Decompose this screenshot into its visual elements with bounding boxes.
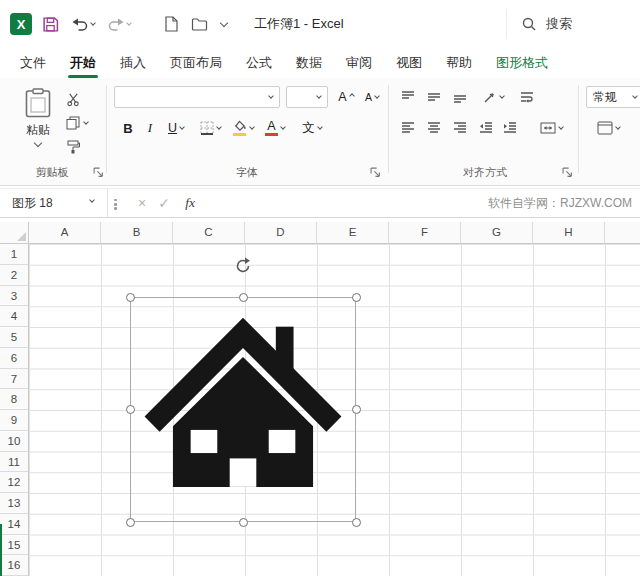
format-painter-button[interactable] — [66, 136, 80, 158]
column-header-A[interactable]: A — [29, 222, 101, 243]
select-all-corner[interactable] — [0, 222, 29, 244]
align-left-button[interactable] — [398, 116, 418, 140]
borders-button[interactable] — [196, 116, 224, 140]
enter-icon: ✓ — [158, 195, 170, 211]
selection-handle-top-center[interactable] — [239, 293, 248, 302]
font-name-combo[interactable] — [114, 86, 280, 108]
align-right-button[interactable] — [450, 116, 470, 140]
bold-button[interactable]: B — [118, 116, 138, 140]
group-divider — [388, 85, 389, 173]
tab-help[interactable]: 帮助 — [434, 48, 484, 78]
copy-button[interactable] — [66, 112, 88, 134]
undo-button[interactable] — [69, 14, 98, 34]
row-header-1[interactable]: 1 — [0, 244, 28, 265]
underline-button[interactable]: U — [161, 116, 191, 140]
shape-selection-outline — [130, 297, 356, 522]
selection-handle-bottom-center[interactable] — [239, 518, 248, 527]
align-center-button[interactable] — [424, 116, 444, 140]
tab-file[interactable]: 文件 — [8, 48, 58, 78]
align-top-button[interactable] — [398, 85, 418, 109]
number-format-combo[interactable]: 常规 — [586, 86, 640, 108]
tab-view[interactable]: 视图 — [384, 48, 434, 78]
increase-font-size-button[interactable]: A — [334, 85, 358, 109]
phonetic-guide-button[interactable]: 文 — [296, 116, 328, 140]
selection-handle-bottom-left[interactable] — [126, 518, 135, 527]
column-header-F[interactable]: F — [389, 222, 461, 243]
row-header-14[interactable]: 14 — [0, 514, 28, 535]
chevron-down-icon — [220, 18, 228, 26]
row-header-12[interactable]: 12 — [0, 472, 28, 493]
tab-formulas[interactable]: 公式 — [234, 48, 284, 78]
column-header-H[interactable]: H — [533, 222, 605, 243]
font-dialog-launcher[interactable] — [370, 167, 381, 178]
decrease-font-icon — [374, 93, 380, 99]
clipboard-dialog-launcher[interactable] — [93, 167, 104, 178]
formula-input[interactable] — [208, 189, 450, 217]
redo-button[interactable] — [105, 14, 134, 34]
rotation-handle[interactable] — [234, 257, 252, 275]
tab-insert[interactable]: 插入 — [108, 48, 158, 78]
column-header-D[interactable]: D — [245, 222, 317, 243]
alignment-dialog-launcher[interactable] — [562, 167, 573, 178]
fill-color-button[interactable] — [228, 116, 258, 140]
selection-handle-bottom-right[interactable] — [352, 518, 361, 527]
decrease-indent-button[interactable] — [476, 116, 496, 140]
name-box[interactable]: 图形 18 — [0, 189, 108, 217]
column-header-E[interactable]: E — [317, 222, 389, 243]
align-bottom-button[interactable] — [450, 85, 470, 109]
row-header-8[interactable]: 8 — [0, 389, 28, 410]
search-box[interactable]: 搜索 — [506, 9, 634, 39]
column-header-G[interactable]: G — [461, 222, 533, 243]
row-header-7[interactable]: 7 — [0, 369, 28, 390]
cancel-button[interactable]: × — [132, 189, 152, 217]
scissors-icon — [66, 92, 81, 107]
row-header-13[interactable]: 13 — [0, 493, 28, 514]
orientation-button[interactable] — [478, 85, 508, 109]
row-header-15[interactable]: 15 — [0, 535, 28, 556]
selection-handle-middle-right[interactable] — [352, 405, 361, 414]
wrap-text-button[interactable] — [516, 85, 538, 109]
insert-function-button[interactable]: fx — [178, 189, 202, 217]
new-file-button[interactable] — [161, 13, 181, 35]
site-watermark: 软件自学网：RJZXW.COM — [488, 189, 632, 217]
increase-indent-button[interactable] — [500, 116, 520, 140]
enter-button[interactable]: ✓ — [154, 189, 174, 217]
row-header-9[interactable]: 9 — [0, 410, 28, 431]
number-style-chevron-icon — [615, 124, 621, 130]
tab-shape-format[interactable]: 图形格式 — [484, 48, 560, 78]
row-header-10[interactable]: 10 — [0, 431, 28, 452]
cut-button[interactable] — [66, 88, 81, 110]
paste-button[interactable]: 粘贴 — [13, 83, 63, 161]
decrease-font-size-button[interactable]: A — [360, 85, 384, 109]
excel-logo-icon[interactable]: X — [10, 13, 32, 35]
selection-handle-top-left[interactable] — [126, 293, 135, 302]
tab-review[interactable]: 审阅 — [334, 48, 384, 78]
tab-page-layout[interactable]: 页面布局 — [158, 48, 234, 78]
decrease-indent-icon — [479, 121, 493, 135]
number-format-icon-button[interactable] — [588, 116, 628, 140]
row-header-2[interactable]: 2 — [0, 265, 28, 286]
row-header-3[interactable]: 3 — [0, 286, 28, 307]
column-header-C[interactable]: C — [173, 222, 245, 243]
font-color-button[interactable]: A — [261, 116, 289, 140]
row-header-6[interactable]: 6 — [0, 348, 28, 369]
italic-button[interactable]: I — [141, 116, 159, 140]
row-header-5[interactable]: 5 — [0, 327, 28, 348]
align-middle-button[interactable] — [424, 85, 444, 109]
tab-data[interactable]: 数据 — [284, 48, 334, 78]
clipboard-group-label: 剪贴板 — [0, 164, 104, 180]
open-file-button[interactable] — [188, 14, 211, 34]
customize-qat-button[interactable] — [218, 20, 230, 29]
row-header-16[interactable]: 16 — [0, 555, 28, 576]
row-header-4[interactable]: 4 — [0, 306, 28, 327]
selection-handle-top-right[interactable] — [352, 293, 361, 302]
tab-home[interactable]: 开始 — [58, 48, 108, 78]
save-button[interactable] — [39, 13, 62, 36]
document-title: 工作簿1 - Excel — [254, 15, 344, 33]
merge-center-button[interactable] — [534, 116, 568, 140]
column-header-B[interactable]: B — [101, 222, 173, 243]
row-header-11[interactable]: 11 — [0, 452, 28, 473]
formula-bar-drag-handle[interactable] — [114, 197, 117, 212]
selection-handle-middle-left[interactable] — [126, 405, 135, 414]
font-size-combo[interactable] — [286, 86, 328, 108]
